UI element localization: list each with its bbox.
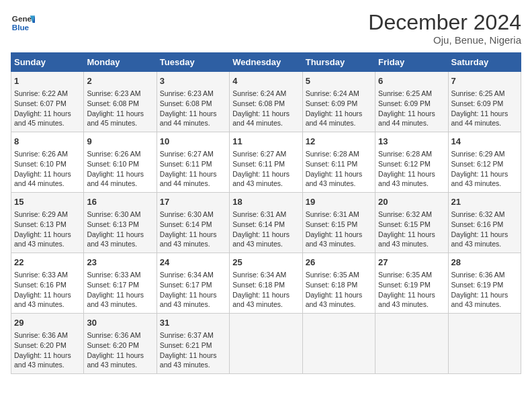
logo: General Blue (11, 11, 35, 35)
day-info-line: Daylight: 11 hours (14, 169, 81, 179)
day-number: 30 (87, 317, 153, 329)
calendar-cell: 13Sunrise: 6:28 AMSunset: 6:12 PMDayligh… (375, 132, 448, 193)
day-number: 16 (87, 196, 153, 208)
day-info-line: Sunset: 6:16 PM (14, 280, 81, 290)
day-info-line: and 43 minutes. (378, 179, 445, 189)
day-info-line: and 44 minutes. (378, 118, 445, 128)
day-number: 25 (232, 257, 299, 269)
day-info-line: Daylight: 11 hours (378, 169, 445, 179)
day-info-line: Daylight: 11 hours (306, 169, 372, 179)
day-info-line: and 43 minutes. (14, 239, 81, 249)
day-info-line: Sunrise: 6:37 AM (160, 330, 226, 340)
day-info-line: and 44 minutes. (160, 179, 226, 189)
day-info-line: Sunrise: 6:35 AM (306, 270, 372, 280)
day-info-line: Sunset: 6:16 PM (451, 220, 518, 230)
calendar-cell: 16Sunrise: 6:30 AMSunset: 6:13 PMDayligh… (84, 193, 157, 253)
day-info-line: Sunset: 6:08 PM (87, 99, 153, 109)
day-info-line: Sunrise: 6:36 AM (451, 270, 518, 280)
day-info-line: and 44 minutes. (87, 179, 153, 189)
day-info-line: Sunset: 6:17 PM (160, 280, 226, 290)
day-info-line: Daylight: 11 hours (232, 109, 299, 119)
day-info-line: Sunset: 6:21 PM (160, 340, 226, 351)
day-info-line: Sunset: 6:13 PM (14, 220, 81, 230)
day-info-line: and 44 minutes. (232, 118, 299, 128)
day-info-line: Daylight: 11 hours (87, 109, 153, 119)
calendar-cell: 23Sunrise: 6:33 AMSunset: 6:17 PMDayligh… (84, 253, 157, 314)
day-number: 2 (87, 75, 153, 87)
day-info-line: Sunset: 6:11 PM (232, 159, 299, 169)
day-info-line: Sunset: 6:08 PM (160, 99, 226, 109)
col-header-wednesday: Wednesday (230, 53, 302, 72)
day-info-line: Sunset: 6:10 PM (87, 159, 153, 169)
day-number: 18 (232, 196, 299, 208)
week-row-1: 1Sunrise: 6:22 AMSunset: 6:07 PMDaylight… (11, 72, 521, 132)
day-number: 31 (160, 317, 226, 329)
day-info-line: Daylight: 11 hours (306, 290, 372, 300)
calendar-cell (302, 313, 375, 373)
day-info-line: Daylight: 11 hours (14, 109, 81, 119)
day-info-line: Sunrise: 6:33 AM (14, 270, 81, 280)
calendar-cell: 21Sunrise: 6:32 AMSunset: 6:16 PMDayligh… (448, 193, 521, 253)
day-info-line: Sunrise: 6:23 AM (87, 89, 153, 99)
calendar-cell: 14Sunrise: 6:29 AMSunset: 6:12 PMDayligh… (448, 132, 521, 193)
day-number: 13 (378, 136, 445, 148)
day-info-line: Sunrise: 6:36 AM (87, 330, 153, 340)
day-info-line: Daylight: 11 hours (232, 169, 299, 179)
day-info-line: Sunrise: 6:25 AM (451, 89, 518, 99)
calendar-cell (375, 313, 448, 373)
calendar-cell: 31Sunrise: 6:37 AMSunset: 6:21 PMDayligh… (157, 313, 229, 373)
day-number: 20 (378, 196, 445, 208)
day-info-line: and 43 minutes. (14, 360, 81, 370)
title-block: December 2024 Oju, Benue, Nigeria (368, 11, 521, 46)
day-info-line: and 43 minutes. (306, 179, 372, 189)
day-number: 3 (160, 75, 226, 87)
day-info-line: Sunrise: 6:26 AM (87, 149, 153, 159)
day-info-line: and 44 minutes. (451, 118, 518, 128)
day-info-line: Daylight: 11 hours (378, 290, 445, 300)
day-info-line: Daylight: 11 hours (87, 230, 153, 240)
day-info-line: and 44 minutes. (306, 118, 372, 128)
day-info-line: Sunset: 6:15 PM (378, 220, 445, 230)
day-info-line: Sunset: 6:08 PM (232, 99, 299, 109)
day-info-line: Sunrise: 6:34 AM (232, 270, 299, 280)
calendar-cell: 2Sunrise: 6:23 AMSunset: 6:08 PMDaylight… (84, 72, 157, 132)
calendar-cell (448, 313, 521, 373)
week-row-4: 22Sunrise: 6:33 AMSunset: 6:16 PMDayligh… (11, 253, 521, 314)
day-info-line: and 45 minutes. (14, 118, 81, 128)
day-info-line: and 43 minutes. (87, 239, 153, 249)
day-info-line: Daylight: 11 hours (87, 290, 153, 300)
calendar-cell: 25Sunrise: 6:34 AMSunset: 6:18 PMDayligh… (230, 253, 302, 314)
day-info-line: Sunrise: 6:29 AM (451, 149, 518, 159)
day-info-line: Sunset: 6:09 PM (451, 99, 518, 109)
calendar-cell: 29Sunrise: 6:36 AMSunset: 6:20 PMDayligh… (11, 313, 84, 373)
day-info-line: Daylight: 11 hours (87, 351, 153, 361)
day-info-line: Sunset: 6:12 PM (378, 159, 445, 169)
col-header-tuesday: Tuesday (157, 53, 229, 72)
day-number: 21 (451, 196, 518, 208)
day-info-line: Daylight: 11 hours (14, 351, 81, 361)
col-header-saturday: Saturday (448, 53, 521, 72)
calendar-cell: 18Sunrise: 6:31 AMSunset: 6:14 PMDayligh… (230, 193, 302, 253)
calendar-table: SundayMondayTuesdayWednesdayThursdayFrid… (11, 52, 521, 374)
day-info-line: Daylight: 11 hours (160, 351, 226, 361)
day-number: 29 (14, 317, 81, 329)
day-info-line: and 43 minutes. (378, 300, 445, 310)
day-info-line: Sunrise: 6:23 AM (160, 89, 226, 99)
day-info-line: Daylight: 11 hours (160, 109, 226, 119)
day-info-line: Sunset: 6:14 PM (232, 220, 299, 230)
day-info-line: Sunrise: 6:31 AM (306, 210, 372, 220)
day-info-line: and 43 minutes. (87, 360, 153, 370)
day-info-line: Sunrise: 6:28 AM (378, 149, 445, 159)
day-number: 11 (232, 136, 299, 148)
day-info-line: Sunset: 6:11 PM (160, 159, 226, 169)
day-number: 19 (306, 196, 372, 208)
day-info-line: Daylight: 11 hours (160, 230, 226, 240)
day-info-line: Sunrise: 6:24 AM (232, 89, 299, 99)
col-header-monday: Monday (84, 53, 157, 72)
day-info-line: Sunrise: 6:32 AM (378, 210, 445, 220)
calendar-cell (230, 313, 302, 373)
day-info-line: Sunrise: 6:30 AM (160, 210, 226, 220)
day-info-line: Daylight: 11 hours (378, 230, 445, 240)
header: General Blue December 2024 Oju, Benue, N… (11, 11, 521, 46)
calendar-cell: 11Sunrise: 6:27 AMSunset: 6:11 PMDayligh… (230, 132, 302, 193)
